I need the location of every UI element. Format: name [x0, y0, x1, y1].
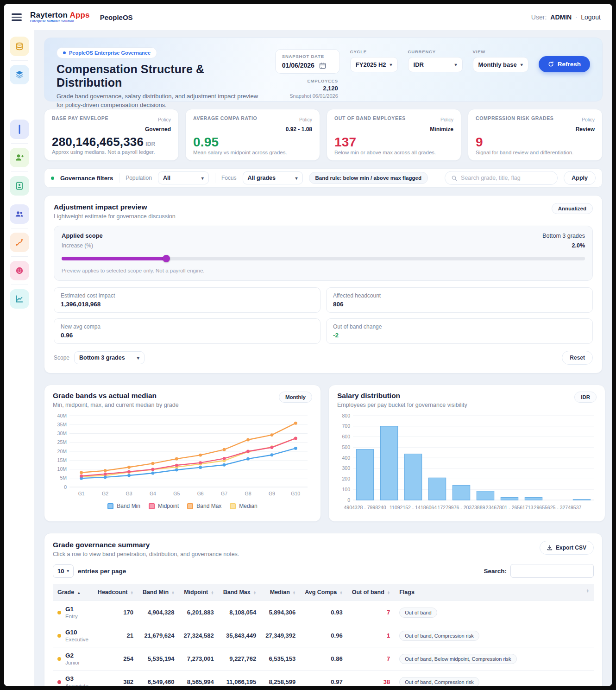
legend-swatch-icon	[107, 503, 113, 509]
sidebar-item-layers[interactable]	[10, 65, 29, 84]
kpi-policy-value: Governed	[145, 126, 171, 133]
stat-box: Out of band change-2	[326, 318, 593, 344]
scope-select[interactable]: Bottom 3 grades▾	[74, 351, 145, 364]
kpi-compression-risk-grades: COMPRESSION RISK GRADES PolicyReview 9 S…	[468, 109, 603, 161]
sidebar-item-id-card[interactable]	[10, 176, 29, 196]
midpoint-cell: 7,273,001	[179, 647, 219, 671]
grade-status-dot	[57, 657, 61, 661]
svg-text:400: 400	[342, 455, 350, 461]
hamburger-menu-icon[interactable]	[12, 13, 22, 21]
legend-item[interactable]: Median	[230, 503, 257, 509]
population-label: Population	[126, 175, 152, 181]
avg-compa-cell: 0.96	[300, 624, 347, 647]
annualized-badge: Annualized	[552, 203, 593, 214]
filter-search-input[interactable]	[461, 175, 551, 181]
population-select[interactable]: All▾	[158, 171, 209, 184]
column-header-headcount[interactable]: Headcount▲▼	[93, 584, 138, 601]
grade-subtitle: Entry	[65, 614, 78, 619]
legend-item[interactable]: Midpoint	[149, 503, 179, 509]
applied-scope-box: Applied scope Bottom 3 grades Increase (…	[54, 226, 593, 281]
column-header-flags[interactable]: Flags▲▼	[395, 584, 594, 601]
focus-select[interactable]: All grades▾	[243, 171, 303, 184]
svg-text:G10: G10	[291, 491, 300, 496]
view-select[interactable]: Monthly base▾	[473, 57, 528, 72]
kpi-label: OUT OF BAND EMPLOYEES	[334, 114, 406, 121]
sidebar-item-active[interactable]	[10, 120, 29, 139]
column-header-avg-compa[interactable]: Avg Compa▲▼	[300, 584, 347, 601]
slider-thumb[interactable]	[163, 255, 170, 262]
snapshot-date-label: SNAPSHOT DATE	[282, 54, 333, 59]
column-header-out-of-band[interactable]: Out of band▲▼	[347, 584, 395, 601]
stat-value: 806	[333, 301, 586, 308]
table-title: Grade governance summary	[53, 541, 239, 549]
sidebar-item-smiley[interactable]	[10, 261, 29, 280]
table-row-g3[interactable]: G3Associate3826,549,4608,565,99411,066,1…	[53, 671, 594, 686]
reset-button[interactable]: Reset	[562, 351, 593, 365]
legend-label: Median	[239, 503, 257, 509]
page-size-select[interactable]: 10▾	[53, 564, 74, 578]
sidebar-item-database[interactable]	[10, 37, 29, 56]
svg-text:300: 300	[342, 465, 350, 471]
export-csv-button[interactable]: Export CSV	[540, 541, 594, 555]
bar-chart-subtitle: Employees per pay bucket for governance …	[337, 402, 467, 408]
sidebar-item-route[interactable]	[10, 233, 29, 252]
increase-slider[interactable]	[62, 257, 585, 260]
table-row-g10[interactable]: G10Executive2121,679,62427,324,58235,843…	[53, 624, 594, 647]
flag-badge: Out of band, Compression risk	[399, 677, 479, 686]
svg-text:700: 700	[342, 423, 350, 429]
svg-text:G7: G7	[221, 491, 227, 496]
legend-item[interactable]: Band Max	[187, 503, 221, 509]
table-row-g2[interactable]: G2Junior2545,535,1947,273,0019,227,7626,…	[53, 647, 594, 671]
sidebar-nav	[4, 30, 35, 686]
band-rule-chip: Band rule: below min / above max flagged	[309, 172, 428, 184]
app-window: Rayterton Apps Enterprise Software Solut…	[4, 4, 612, 686]
cycle-select[interactable]: FY2025 H2▾	[350, 57, 398, 72]
column-header-grade[interactable]: Grade▲	[53, 584, 93, 601]
out-of-band-cell: 38	[347, 671, 395, 686]
logout-link[interactable]: Logout	[581, 13, 601, 21]
grade-name: G2	[65, 652, 80, 659]
column-header-midpoint[interactable]: Midpoint▲▼	[179, 584, 219, 601]
column-header-median[interactable]: Median▲▼	[261, 584, 300, 601]
kpi-policy-value: Review	[576, 126, 595, 133]
column-header-band-min[interactable]: Band Min▲▼	[138, 584, 179, 601]
sidebar-item-people[interactable]	[10, 204, 29, 224]
snapshot-date-input[interactable]: 01/06/2026	[282, 62, 333, 69]
kpi-description: Approx using medians. Not a payroll ledg…	[52, 149, 171, 155]
flag-badge: Out of band	[399, 608, 437, 618]
currency-select[interactable]: IDR▾	[408, 57, 463, 72]
kpi-description: Signal for band review and differentiati…	[476, 150, 595, 155]
main-content: PeopleOS Enterprise Governance Compensat…	[35, 30, 612, 686]
page-title: Compensation Structure & Distribution	[57, 63, 266, 89]
grade-subtitle: Executive	[65, 637, 88, 642]
table-search-label: Search:	[484, 568, 507, 575]
apply-button[interactable]: Apply	[564, 171, 596, 185]
midpoint-cell: 6,201,883	[179, 601, 219, 624]
refresh-button[interactable]: Refresh	[539, 56, 590, 72]
page-size-suffix: entries per page	[78, 568, 126, 575]
svg-text:25M: 25M	[57, 439, 67, 445]
svg-text:10M: 10M	[57, 466, 67, 472]
line-chart-legend: Band MinMidpointBand MaxMedian	[53, 503, 312, 509]
snapshot-date-card: SNAPSHOT DATE 01/06/2026	[275, 49, 340, 74]
table-row-g1[interactable]: G1Entry1704,904,3286,201,8838,108,0545,8…	[53, 601, 594, 624]
kpi-average-compa-ratio: AVERAGE COMPA RATIO Policy0.92 - 1.08 0.…	[185, 109, 320, 161]
download-icon	[547, 545, 553, 551]
brand-name: Rayterton	[30, 11, 68, 19]
kpi-policy-label: Policy	[582, 117, 595, 122]
legend-label: Band Max	[196, 503, 221, 509]
calendar-icon[interactable]	[319, 62, 326, 69]
filter-search[interactable]	[445, 171, 558, 185]
svg-text:100: 100	[342, 487, 350, 492]
grade-governance-table: Grade▲Headcount▲▼Band Min▲▼Midpoint▲▼Ban…	[53, 584, 594, 686]
id-card-icon	[15, 181, 24, 190]
legend-item[interactable]: Band Min	[107, 503, 140, 509]
column-header-band-max[interactable]: Band Max▲▼	[219, 584, 261, 601]
sidebar-item-person-add[interactable]	[10, 148, 29, 167]
focus-label: Focus	[221, 175, 237, 181]
sidebar-item-analytics[interactable]	[10, 289, 29, 309]
table-search-input[interactable]	[510, 564, 594, 578]
employees-value: 2,120	[275, 85, 338, 92]
grade-subtitle: Associate	[65, 683, 88, 686]
kpi-base-pay-envelope: BASE PAY ENVELOPE PolicyGoverned 280,146…	[44, 109, 179, 161]
